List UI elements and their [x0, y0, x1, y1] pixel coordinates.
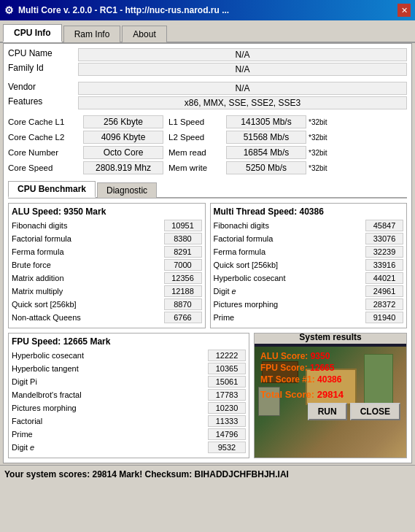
system-results-title: System results [254, 333, 407, 344]
sub-tab-benchmark[interactable]: CPU Benchmark [8, 181, 96, 198]
fpu-label-4: Pictures morphing [12, 404, 208, 412]
mt-value-5: 24961 [365, 285, 403, 297]
features-label: Features [8, 96, 74, 109]
mt-value-1: 33076 [365, 233, 403, 244]
action-buttons: RUN CLOSE [260, 403, 400, 420]
mt-row-3: Quick sort [256kb] 33916 [214, 259, 404, 271]
mt-label-0: Fibonachi digits [214, 221, 366, 230]
tab-cpu-info[interactable]: CPU Info [3, 24, 62, 42]
mt-value-0: 45847 [365, 220, 403, 231]
core-speed-label: Core Speed [8, 161, 81, 174]
mt-row-4: Hyperbolic cosecant 44021 [214, 272, 404, 284]
l2-bit-note: *32bit [309, 131, 345, 144]
fpu-value-0: 12222 [208, 350, 246, 361]
fpu-label-3: Mandelbrot's fractal [12, 390, 208, 399]
close-window-button[interactable]: ✕ [397, 4, 411, 17]
fpu-row-0: Hyperbolic cosecant 12222 [12, 350, 246, 361]
fpu-row-6: Prime 14796 [12, 428, 246, 440]
main-tab-bar: CPU Info Ram Info About [0, 20, 415, 43]
mem-write-bit: *32bit [309, 161, 345, 174]
mt-label-1: Factorial formula [214, 234, 366, 243]
fpu-title: FPU Speed: 12665 Mark [12, 336, 246, 347]
alu-label-6: Quick sort [256kb] [12, 300, 164, 309]
fpu-row-3: Mandelbrot's fractal 17783 [12, 389, 246, 401]
fpu-value-7: 9532 [208, 442, 246, 453]
l1-speed-label: L1 Speed [166, 115, 224, 128]
fpu-panel: FPU Speed: 12665 Mark Hyperbolic cosecan… [8, 333, 249, 458]
mt-row-2: Ferma formula 32239 [214, 246, 404, 258]
mem-read-value: 16854 Mb/s [226, 146, 306, 159]
status-text: Your system scores: 29814 Mark! Checksum… [4, 469, 289, 479]
tab-about[interactable]: About [122, 26, 166, 42]
mt-label-5: Digit e [214, 287, 366, 296]
alu-row-6: Quick sort [256kb] 8870 [12, 298, 202, 310]
fpu-row-4: Pictures morphing 10230 [12, 402, 246, 414]
fpu-value-2: 15061 [208, 376, 246, 388]
close-button[interactable]: CLOSE [350, 403, 400, 420]
vendor-label: Vendor [8, 82, 74, 95]
status-bar: Your system scores: 29814 Mark! Checksum… [0, 465, 415, 482]
system-results-panel: System results ALU Score: 9350 FPU Score… [254, 333, 407, 458]
cache-l1-label: Core Cache L1 [8, 115, 81, 128]
fpu-label-5: Factorial [12, 417, 208, 425]
fpu-row-1: Hyperbolic tangent 10365 [12, 363, 246, 374]
fpu-row-5: Factorial 11333 [12, 415, 246, 427]
fpu-label-0: Hyperbolic cosecant [12, 351, 208, 360]
alu-label-2: Ferma formula [12, 247, 164, 256]
alu-label-7: Non-attack Queens [12, 313, 164, 322]
core-number-label: Core Number [8, 146, 81, 159]
fpu-value-5: 11333 [208, 415, 246, 427]
alu-value-0: 10951 [164, 220, 202, 231]
total-score-value: 29814 [317, 389, 344, 400]
tab-ram-info[interactable]: Ram Info [63, 26, 121, 42]
vendor-features-grid: Vendor N/A Features x86, MMX, SSE, SSE2,… [8, 82, 407, 109]
title-text: Multi Core v. 2.0.0 - RC1 - http://nuc-r… [18, 5, 397, 15]
mt-value-2: 32239 [365, 246, 403, 258]
alu-value-1: 8380 [164, 233, 202, 244]
title-bar: ⚙ Multi Core v. 2.0.0 - RC1 - http://nuc… [0, 0, 415, 20]
main-content-area: CPU Name N/A Family Id N/A Vendor N/A Fe… [3, 43, 412, 463]
alu-panel: ALU Speed: 9350 Mark Fibonachi digits 10… [8, 203, 206, 328]
cache-l1-value: 256 Kbyte [83, 115, 163, 128]
fpu-label-1: Hyperbolic tangent [12, 364, 208, 373]
mt-panel: Multi Thread Speed: 40386 Fibonachi digi… [210, 203, 408, 328]
sub-tab-bar: CPU Benchmark Diagnostic [8, 180, 407, 198]
core-speed-value: 2808.919 Mhz [83, 161, 163, 174]
mt-score-label: MT Score #1: [260, 374, 315, 385]
fpu-value-6: 14796 [208, 428, 246, 440]
l1-speed-value: 141305 Mb/s [226, 115, 306, 128]
app-icon: ⚙ [4, 4, 14, 16]
fpu-score-label: FPU Score: [260, 363, 308, 373]
fpu-value-4: 10230 [208, 402, 246, 414]
alu-row-4: Matrix addition 12356 [12, 272, 202, 284]
benchmark-bottom-row: FPU Speed: 12665 Mark Hyperbolic cosecan… [8, 333, 407, 458]
sub-tab-diagnostic[interactable]: Diagnostic [97, 182, 157, 198]
alu-label-3: Brute force [12, 261, 164, 269]
cpu-basic-info: CPU Name N/A Family Id N/A [8, 48, 407, 76]
alu-row-2: Ferma formula 8291 [12, 246, 202, 258]
mt-row-6: Pictures morphing 28372 [214, 298, 404, 310]
total-score-label: Total Score: [260, 389, 314, 400]
alu-score-line: ALU Score: 9350 [260, 351, 400, 361]
cache-l2-value: 4096 Kbyte [83, 131, 163, 144]
mt-label-7: Prime [214, 313, 366, 322]
run-button[interactable]: RUN [308, 403, 347, 420]
alu-value-7: 6766 [164, 312, 202, 323]
alu-row-3: Brute force 7000 [12, 259, 202, 271]
fpu-row-7: Digit e 9532 [12, 442, 246, 453]
fpu-value-3: 17783 [208, 389, 246, 401]
alu-row-0: Fibonachi digits 10951 [12, 220, 202, 231]
alu-score-label: ALU Score: [260, 351, 308, 361]
specs-grid: Core Cache L1 256 Kbyte L1 Speed 141305 … [8, 115, 407, 174]
alu-value-2: 8291 [164, 246, 202, 258]
alu-value-4: 12356 [164, 272, 202, 284]
fpu-row-2: Digit Pi 15061 [12, 376, 246, 388]
fpu-label-2: Digit Pi [12, 377, 208, 386]
cpu-info-section: CPU Name N/A Family Id N/A Vendor N/A Fe… [8, 48, 407, 174]
alu-value-3: 7000 [164, 259, 202, 271]
alu-row-1: Factorial formula 8380 [12, 233, 202, 244]
alu-label-5: Matrix multiply [12, 287, 164, 296]
mt-row-0: Fibonachi digits 45847 [214, 220, 404, 231]
mem-write-value: 5250 Mb/s [226, 161, 306, 174]
fpu-value-1: 10365 [208, 363, 246, 374]
